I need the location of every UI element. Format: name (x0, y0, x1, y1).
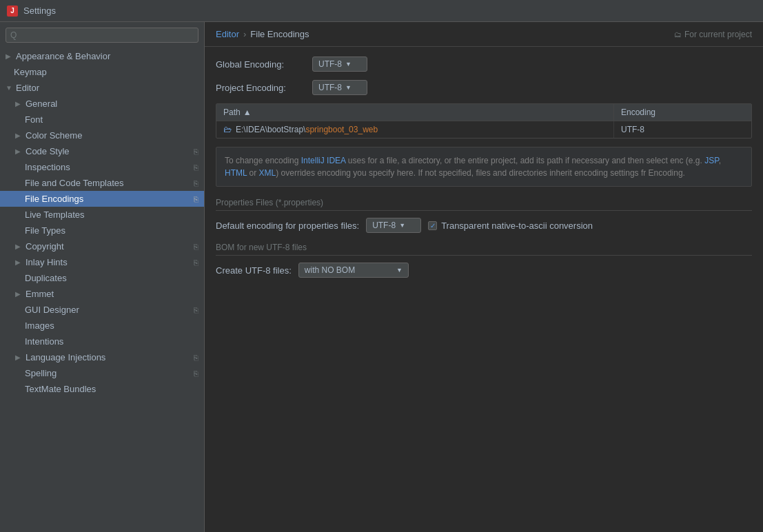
sidebar-item-general[interactable]: ▶ General (0, 96, 204, 112)
for-project-label: 🗂 For current project (674, 30, 752, 39)
sidebar-item-code-style[interactable]: ▶ Code Style ⎘ (0, 143, 204, 159)
chevron-right-icon: ▶ (15, 290, 22, 298)
sidebar-item-appearance[interactable]: ▶ Appearance & Behavior (0, 48, 204, 64)
app-icon: J (7, 6, 18, 17)
transparent-conversion-row: ✓ Transparent native-to-ascii conversion (428, 221, 593, 231)
default-encoding-row: Default encoding for properties files: U… (216, 218, 752, 233)
table-row[interactable]: 🗁 E:\IDEA\bootStrap\springboot_03_web UT… (216, 121, 751, 138)
sidebar-item-intentions[interactable]: Intentions (0, 334, 204, 349)
sidebar-item-label: File and Code Templates (25, 178, 124, 188)
encoding-header-label: Encoding (621, 108, 655, 117)
sidebar-item-inspections[interactable]: Inspections ⎘ (0, 159, 204, 175)
chevron-right-icon: ▶ (6, 52, 12, 60)
sidebar-item-label: Appearance & Behavior (16, 51, 110, 61)
bom-create-dropdown[interactable]: with NO BOM ▼ (298, 263, 409, 278)
breadcrumb-parent[interactable]: Editor (216, 29, 239, 39)
panel-header: Editor › File Encodings 🗂 For current pr… (205, 22, 763, 47)
title-bar: J Settings (0, 0, 763, 22)
global-encoding-dropdown[interactable]: UTF-8 ▼ (312, 57, 367, 72)
sidebar-item-label: Inspections (25, 162, 70, 172)
sidebar-item-emmet[interactable]: ▶ Emmet (0, 286, 204, 302)
copy-icon: ⎘ (194, 147, 199, 156)
sidebar-item-file-types[interactable]: File Types (0, 223, 204, 238)
default-encoding-dropdown[interactable]: UTF-8 ▼ (366, 218, 421, 233)
sidebar-item-label: Copyright (26, 241, 64, 252)
properties-section: Properties Files (*.properties) Default … (216, 198, 752, 233)
path-header-label: Path (223, 108, 241, 117)
search-box[interactable]: Q (6, 28, 199, 43)
sidebar-item-label: File Encodings (25, 194, 83, 204)
sidebar-item-keymap[interactable]: Keymap (0, 64, 204, 80)
for-project-text: For current project (684, 30, 752, 39)
sort-icon: ▲ (243, 108, 252, 117)
bom-section-title: BOM for new UTF-8 files (216, 243, 752, 256)
info-text: To change encoding IntelliJ IDEA uses fo… (225, 156, 721, 178)
sidebar-item-language-injections[interactable]: ▶ Language Injections ⎘ (0, 349, 204, 365)
window-title: Settings (23, 6, 56, 16)
sidebar-item-textmate-bundles[interactable]: TextMate Bundles (0, 381, 204, 397)
global-encoding-row: Global Encoding: UTF-8 ▼ (216, 57, 752, 72)
project-encoding-row: Project Encoding: UTF-8 ▼ (216, 80, 752, 95)
copy-icon: ⎘ (194, 258, 199, 267)
info-box: To change encoding IntelliJ IDEA uses fo… (216, 147, 752, 187)
sidebar-item-label: Live Templates (25, 209, 84, 220)
bom-create-value: with NO BOM (305, 265, 355, 275)
breadcrumb: Editor › File Encodings (216, 29, 309, 39)
sidebar-item-label: Code Style (26, 146, 70, 156)
copy-icon: ⎘ (194, 243, 199, 251)
copy-icon: ⎘ (194, 195, 199, 203)
sidebar-item-label: Spelling (25, 368, 57, 378)
sidebar-item-file-encodings[interactable]: File Encodings ⎘ (0, 191, 204, 207)
sidebar-item-label: TextMate Bundles (25, 384, 96, 394)
sidebar-item-label: Intentions (25, 336, 63, 347)
table-header: Path ▲ Encoding (216, 104, 751, 121)
search-input[interactable] (20, 30, 194, 40)
chevron-right-icon: ▶ (15, 147, 22, 155)
path-column-header[interactable]: Path ▲ (216, 104, 613, 121)
chevron-down-icon: ▼ (6, 84, 12, 92)
copy-icon: ⎘ (194, 306, 199, 314)
default-encoding-value: UTF-8 (372, 221, 396, 230)
dropdown-arrow-icon: ▼ (399, 222, 405, 229)
sidebar-item-live-templates[interactable]: Live Templates (0, 207, 204, 223)
sidebar-item-spelling[interactable]: Spelling ⎘ (0, 365, 204, 381)
sidebar-item-font[interactable]: Font (0, 112, 204, 127)
copy-icon: ⎘ (194, 179, 199, 187)
project-encoding-dropdown[interactable]: UTF-8 ▼ (312, 80, 367, 95)
sidebar-item-label: File Types (25, 225, 65, 236)
sidebar-item-label: Inlay Hints (26, 257, 68, 267)
sidebar-item-images[interactable]: Images (0, 318, 204, 334)
breadcrumb-arrow: › (243, 29, 246, 39)
transparent-conversion-label: Transparent native-to-ascii conversion (441, 221, 593, 231)
sidebar-item-color-scheme[interactable]: ▶ Color Scheme (0, 127, 204, 143)
sidebar-item-label: Color Scheme (26, 130, 82, 141)
main-content: Q ▶ Appearance & Behavior Keymap ▼ Edito… (0, 22, 763, 532)
dropdown-arrow-icon: ▼ (345, 84, 352, 91)
copy-icon: ⎘ (194, 369, 199, 378)
chevron-right-icon: ▶ (15, 243, 22, 250)
encoding-value: UTF-8 (621, 125, 644, 134)
dropdown-arrow-icon: ▼ (345, 61, 352, 68)
sidebar-item-copyright[interactable]: ▶ Copyright ⎘ (0, 238, 204, 254)
sidebar: Q ▶ Appearance & Behavior Keymap ▼ Edito… (0, 22, 205, 532)
transparent-conversion-checkbox[interactable]: ✓ (428, 221, 437, 230)
sidebar-item-duplicates[interactable]: Duplicates (0, 270, 204, 286)
sidebar-item-label: Language Injections (26, 352, 105, 362)
path-cell: 🗁 E:\IDEA\bootStrap\springboot_03_web (216, 121, 613, 138)
sidebar-item-editor[interactable]: ▼ Editor (0, 80, 204, 96)
copy-icon: ⎘ (194, 163, 199, 172)
encoding-column-header[interactable]: Encoding (613, 104, 751, 121)
encoding-cell: UTF-8 (613, 121, 751, 138)
bom-create-row: Create UTF-8 files: with NO BOM ▼ (216, 263, 752, 278)
global-encoding-label: Global Encoding: (216, 59, 305, 70)
sidebar-item-label: GUI Designer (25, 305, 79, 315)
panel-body: Global Encoding: UTF-8 ▼ Project Encodin… (205, 47, 763, 532)
dropdown-arrow-icon: ▼ (396, 267, 403, 274)
global-encoding-value: UTF-8 (318, 59, 342, 69)
sidebar-item-gui-designer[interactable]: GUI Designer ⎘ (0, 302, 204, 318)
properties-section-title: Properties Files (*.properties) (216, 198, 752, 211)
bom-create-label: Create UTF-8 files: (216, 265, 292, 276)
sidebar-item-inlay-hints[interactable]: ▶ Inlay Hints ⎘ (0, 254, 204, 270)
search-icon: Q (10, 30, 17, 40)
sidebar-item-file-code-templates[interactable]: File and Code Templates ⎘ (0, 175, 204, 191)
